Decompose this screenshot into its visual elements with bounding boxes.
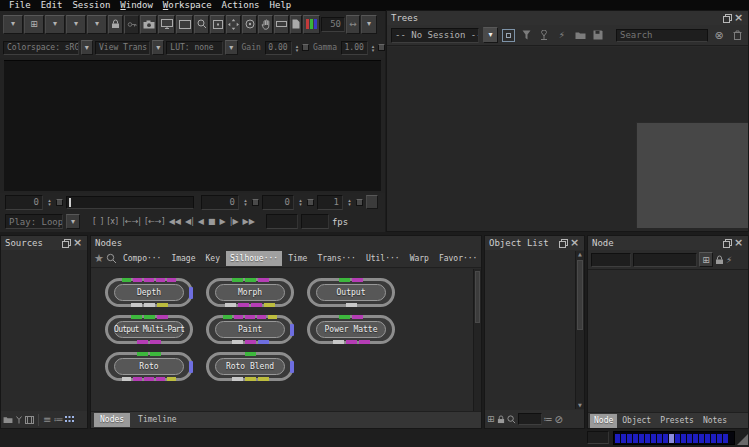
search-objects-button[interactable] <box>507 415 516 424</box>
broadcast-monitor-button[interactable] <box>158 15 175 34</box>
lock-node-button[interactable] <box>715 255 724 265</box>
lock-view-button[interactable] <box>108 15 123 34</box>
node-panel-tab[interactable]: Object <box>618 414 655 428</box>
transport-button[interactable]: ■ <box>208 217 216 226</box>
node-panel-tab[interactable]: Notes <box>699 414 731 428</box>
close-panel-button[interactable]: × <box>72 238 83 249</box>
scroll-down-icon[interactable]: ▼ <box>578 402 582 409</box>
playback-fps-field[interactable] <box>266 214 298 229</box>
process-node-button[interactable]: ⚡ <box>726 255 732 265</box>
node-item[interactable]: Roto <box>105 352 193 381</box>
transport-button[interactable]: ▶ <box>220 217 226 226</box>
transport-button[interactable]: ◀◀ <box>169 217 181 226</box>
snapshot-camera-button[interactable] <box>140 15 157 34</box>
menu-item[interactable]: File <box>4 0 36 11</box>
cache-field[interactable] <box>587 431 609 444</box>
scroll-up-icon[interactable]: ▲ <box>578 251 582 258</box>
search-field[interactable] <box>617 30 707 41</box>
node-item[interactable]: Morph <box>206 278 294 307</box>
float-panel-button[interactable] <box>722 238 733 249</box>
list-view-button[interactable]: ≡ <box>43 414 51 425</box>
view-a-dropdown[interactable]: ▾ <box>45 15 65 34</box>
transport-button[interactable]: |←→| <box>122 217 141 226</box>
play-mode-select[interactable]: Play: Loop <box>5 214 63 229</box>
node-item[interactable]: Power Matte <box>307 315 395 344</box>
close-panel-button[interactable]: × <box>569 238 580 249</box>
nodes-scrollbar[interactable] <box>473 269 481 411</box>
split-view-button[interactable]: ⊞ <box>24 15 44 34</box>
fit-view-button[interactable] <box>226 15 241 34</box>
transport-button[interactable]: ] <box>100 217 103 226</box>
transport-button[interactable]: |▶ <box>230 217 239 226</box>
range-out-spinner[interactable]: ▴▾ <box>297 198 304 206</box>
float-panel-button[interactable] <box>61 238 72 249</box>
node-category-tab[interactable]: Time <box>284 251 311 266</box>
rotate-view-button[interactable] <box>242 15 257 34</box>
colorspace-dropdown-button[interactable]: ▾ <box>81 40 93 55</box>
transport-button[interactable]: ◀| <box>185 217 194 226</box>
gamma-field[interactable]: 1.00 <box>341 41 368 55</box>
node-search-button[interactable] <box>106 253 117 264</box>
colorspace-select[interactable]: Colorspace: sRGB <box>3 41 79 55</box>
node-library-canvas[interactable]: Depth Morph Output <box>91 269 473 411</box>
lut-select[interactable]: LUT: none <box>166 41 223 55</box>
timeline-scrubber[interactable] <box>66 196 194 209</box>
transport-button[interactable]: ◀ <box>198 217 204 226</box>
keyframe-button[interactable] <box>366 195 378 209</box>
proxy-resolution-field[interactable]: 50 <box>321 17 345 32</box>
node-category-tab[interactable]: Warp <box>406 251 433 266</box>
node-type-field[interactable] <box>591 253 631 267</box>
range-out-field[interactable]: 0 <box>262 195 294 210</box>
menu-item[interactable]: Edit <box>36 0 68 11</box>
node-category-tab[interactable]: Favor··· <box>435 251 482 266</box>
object-filter-field[interactable] <box>518 413 542 425</box>
import-button[interactable] <box>573 28 587 42</box>
range-in-field[interactable]: 0 <box>201 195 239 210</box>
view-b-dropdown[interactable]: ▾ <box>66 15 86 34</box>
lut-dropdown-button[interactable]: ▾ <box>225 40 237 55</box>
session-dropdown-button[interactable]: ▾ <box>483 27 498 43</box>
tree-overview-minimap[interactable] <box>636 122 748 228</box>
range-in-spinner[interactable]: ▴▾ <box>242 198 249 206</box>
step-spinner[interactable]: ▴▾ <box>346 198 353 206</box>
node-category-tab[interactable]: Compo··· <box>119 251 166 266</box>
node-category-tab[interactable]: Key <box>202 251 224 266</box>
resize-grip[interactable] <box>737 434 748 445</box>
filter-button[interactable] <box>519 28 533 42</box>
step-field[interactable]: 1 <box>317 195 343 210</box>
add-parameter-button[interactable]: ⊞ <box>699 252 713 267</box>
gain-field[interactable]: 0.00 <box>265 41 292 55</box>
node-category-tab[interactable]: Trans··· <box>313 251 360 266</box>
letterbox-button[interactable] <box>274 15 289 34</box>
viewer-layout-dropdown[interactable]: ▾ <box>3 15 23 34</box>
delete-tree-button[interactable] <box>730 28 744 42</box>
import-source-button[interactable] <box>3 416 13 424</box>
scrollbar-thumb[interactable] <box>475 271 480 323</box>
gamma-spinner[interactable]: ▴▾ <box>370 44 377 52</box>
node-item[interactable]: Roto Blend <box>206 352 294 381</box>
key-toggle-button[interactable] <box>124 15 139 34</box>
current-frame-field[interactable]: 0 <box>5 195 43 210</box>
float-panel-button[interactable] <box>722 13 733 24</box>
note-button[interactable] <box>290 15 302 34</box>
menu-item[interactable]: Window <box>115 0 158 11</box>
range-out-reset-button[interactable] <box>307 199 314 206</box>
clear-search-button[interactable]: ⊗ <box>712 28 726 42</box>
zoom-tool-button[interactable] <box>194 15 209 34</box>
render-button[interactable] <box>537 28 551 42</box>
search-input[interactable] <box>616 29 708 42</box>
node-name-field[interactable] <box>633 253 697 267</box>
workspace-tab[interactable]: Timeline <box>132 413 183 427</box>
node-category-tab[interactable]: Image <box>167 251 199 266</box>
menu-item[interactable]: Help <box>265 0 297 11</box>
process-button[interactable]: ⚡ <box>555 28 569 42</box>
add-object-button[interactable]: ⊞ <box>487 414 495 424</box>
float-panel-button[interactable] <box>558 238 569 249</box>
lock-object-button[interactable] <box>497 415 505 424</box>
trees-view[interactable] <box>387 47 748 231</box>
node-item[interactable]: Output <box>307 278 395 307</box>
close-panel-button[interactable]: × <box>733 238 744 249</box>
range-in-reset-button[interactable] <box>252 199 259 206</box>
layer-list-button[interactable]: ≔ <box>544 414 553 424</box>
favorites-star-button[interactable]: ★ <box>94 252 104 265</box>
